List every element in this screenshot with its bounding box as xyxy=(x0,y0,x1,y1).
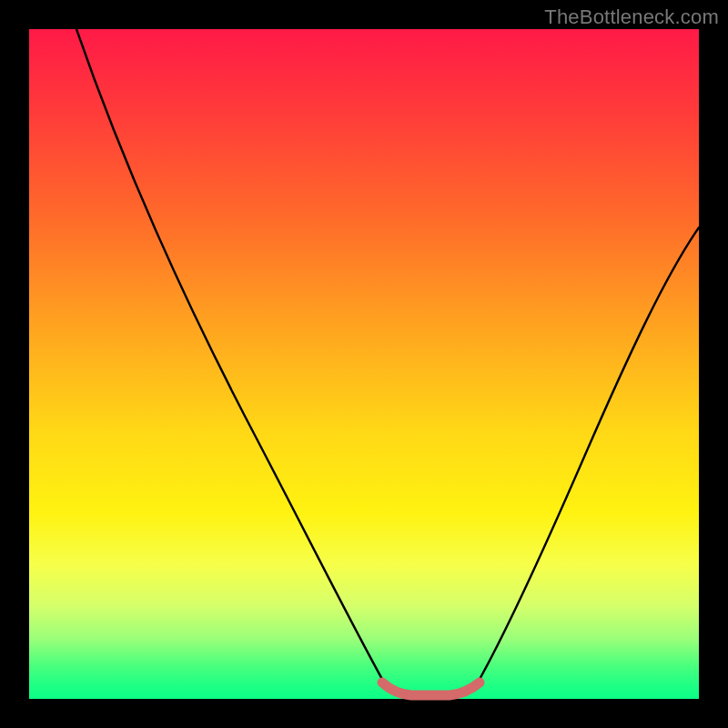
right-branch-curve xyxy=(478,228,699,682)
chart-frame: TheBottleneck.com xyxy=(0,0,728,728)
left-branch-curve xyxy=(76,29,384,682)
watermark-text: TheBottleneck.com xyxy=(544,5,719,29)
plot-area xyxy=(29,29,699,699)
flat-bottom-segment xyxy=(382,682,480,695)
curve-layer xyxy=(29,29,699,699)
